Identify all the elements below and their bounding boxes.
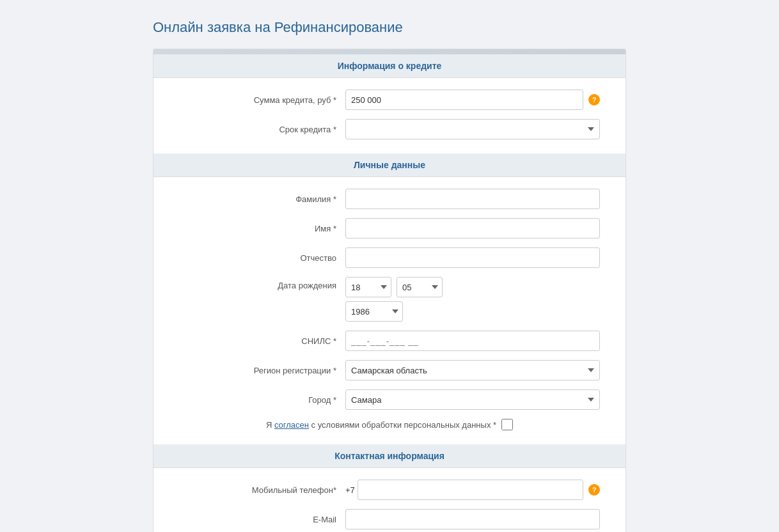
main-form: Информация о кредите Сумма кредита, руб …	[153, 49, 626, 532]
last-name-input[interactable]	[345, 189, 600, 209]
city-select[interactable]: Самара	[345, 389, 600, 410]
snils-input[interactable]	[345, 331, 600, 351]
phone-row: Мобильный телефон* +7 ?	[153, 480, 626, 500]
consent-text: Я согласен с условиями обработки персона…	[266, 420, 496, 430]
last-name-row: Фамилия *	[153, 189, 626, 209]
middle-name-input[interactable]	[345, 247, 600, 268]
city-row: Город * Самара	[153, 389, 626, 410]
page-title: Онлайн заявка на Рефинансирование	[153, 19, 626, 36]
credit-amount-label: Сумма кредита, руб *	[179, 95, 345, 105]
city-label: Город *	[179, 395, 345, 405]
dob-inline-bottom: 1986	[345, 301, 443, 322]
phone-input[interactable]	[358, 480, 583, 500]
dob-label: Дата рождения	[179, 277, 345, 290]
section-credit-info: Информация о кредите	[153, 54, 626, 78]
phone-prefix: +7	[345, 485, 355, 495]
section-personal-data: Личные данные	[153, 153, 626, 177]
dob-year-select[interactable]: 1986	[345, 301, 403, 322]
last-name-label: Фамилия *	[179, 194, 345, 204]
phone-wrapper: +7 ?	[345, 480, 600, 500]
region-label: Регион регистрации *	[179, 366, 345, 375]
first-name-label: Имя *	[179, 224, 345, 233]
credit-amount-wrapper: ?	[345, 90, 600, 110]
first-name-row: Имя *	[153, 218, 626, 239]
phone-help-icon[interactable]: ?	[588, 484, 600, 496]
dob-day-select[interactable]: 18	[345, 277, 391, 297]
snils-label: СНИЛС *	[179, 336, 345, 346]
first-name-input[interactable]	[345, 218, 600, 239]
dob-row: Дата рождения 18 05 1986	[153, 277, 626, 322]
dob-month-select[interactable]: 05	[397, 277, 443, 297]
region-row: Регион регистрации * Самарская область	[153, 360, 626, 380]
middle-name-label: Отчество	[179, 253, 345, 263]
credit-amount-input[interactable]	[345, 90, 583, 110]
email-label: E-Mail	[179, 515, 345, 524]
consent-link[interactable]: согласен	[274, 420, 309, 430]
dob-inline-top: 18 05	[345, 277, 443, 297]
credit-term-row: Срок кредита * 12 месяцев 24 месяца 36 м…	[153, 119, 626, 139]
credit-term-select[interactable]: 12 месяцев 24 месяца 36 месяцев 48 месяц…	[345, 119, 600, 139]
dob-fields: 18 05 1986	[345, 277, 443, 322]
credit-term-label: Срок кредита *	[179, 125, 345, 134]
email-row: E-Mail	[153, 509, 626, 529]
credit-amount-help-icon[interactable]: ?	[588, 94, 600, 106]
consent-row: Я согласен с условиями обработки персона…	[153, 419, 626, 430]
snils-row: СНИЛС *	[153, 331, 626, 351]
region-select[interactable]: Самарская область	[345, 360, 600, 380]
credit-amount-row: Сумма кредита, руб * ?	[153, 90, 626, 110]
consent-checkbox[interactable]	[501, 419, 513, 430]
email-input[interactable]	[345, 509, 600, 529]
section-contact-info: Контактная информация	[153, 444, 626, 468]
middle-name-row: Отчество	[153, 247, 626, 268]
phone-label: Мобильный телефон*	[179, 485, 345, 495]
top-bar	[153, 49, 626, 54]
